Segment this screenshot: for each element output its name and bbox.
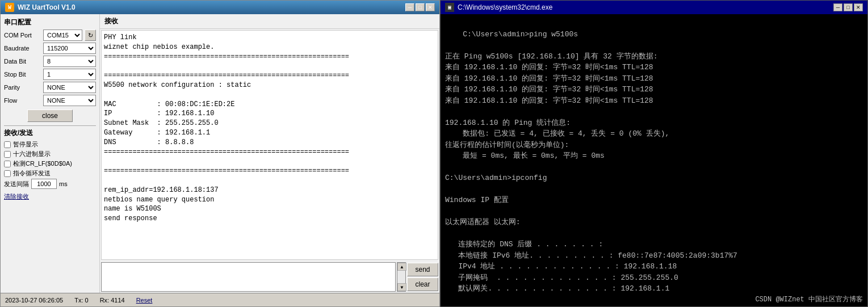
wiz-app-icon: W [5,3,14,12]
recv-header: 接收 [100,14,439,29]
data-bit-row: Data Bit 8 [4,56,96,67]
flow-row: Flow NONE [4,95,96,106]
clear-button[interactable]: clear [407,277,438,291]
baudrate-label: Baudrate [4,45,41,52]
parity-label: Parity [4,84,41,91]
hex-display-checkbox[interactable] [4,151,11,158]
wiz-content: 串口配置 COM Port COM15 ↻ Baudrate 115200 Da… [1,14,439,293]
pause-display-row: 暂停显示 [4,140,96,149]
wiz-maximize-button[interactable]: □ [416,3,425,11]
loop-send-checkbox[interactable] [4,170,11,177]
com-port-row: COM Port COM15 ↻ [4,30,96,41]
serial-close-button[interactable]: close [27,110,73,122]
status-reset-link[interactable]: Reset [136,297,153,304]
com-port-refresh-button[interactable]: ↻ [85,30,96,41]
main-area: 接收 PHY link wiznet chip nebios example. … [100,14,439,293]
cmd-text: C:\Users\admin>ping w5100s 正在 Ping w5100… [445,30,737,294]
flow-label: Flow [4,97,41,104]
cmd-title-controls: ─ □ ✕ [833,3,863,11]
status-bar: 2023-10-27 06:26:05 Tx: 0 Rx: 4114 Reset [1,293,439,306]
pause-display-label: 暂停显示 [13,140,38,149]
title-bar-left: W WIZ UartTool V1.0 [5,3,76,12]
cmd-title-text: C:\Windows\system32\cmd.exe [458,3,552,11]
send-button[interactable]: send [407,263,438,276]
interval-label: 发送间隔 [4,180,29,188]
detect-cr-lf-label: 检测CR_LF($0D$0A) [13,159,72,168]
loop-send-row: 指令循环发送 [4,169,96,178]
com-port-label: COM Port [4,32,41,39]
interval-input[interactable] [31,179,57,189]
sidebar-divider [4,125,96,126]
parity-row: Parity NONE [4,82,96,93]
status-tx: Tx: 0 [74,297,88,304]
data-bit-select[interactable]: 8 [43,56,96,67]
detect-cr-lf-row: 检测CR_LF($0D$0A) [4,159,96,168]
wiz-minimize-button[interactable]: ─ [405,3,414,11]
recv-display: PHY link wiznet chip nebios example. ===… [101,30,438,260]
data-bit-label: Data Bit [4,58,41,65]
send-scroll-down[interactable]: ▼ [397,283,406,291]
hex-display-row: 十六进制显示 [4,150,96,158]
send-scrollbar: ▲ ▼ [397,262,406,292]
sidebar: 串口配置 COM Port COM15 ↻ Baudrate 115200 Da… [1,14,100,293]
cmd-maximize-button[interactable]: □ [844,3,853,11]
cmd-app-icon: ▣ [445,3,454,12]
hex-display-label: 十六进制显示 [13,150,51,158]
parity-select[interactable]: NONE [43,82,96,93]
baudrate-select[interactable]: 115200 [43,43,96,54]
stop-bit-row: Stop Bit 1 [4,69,96,80]
wiz-title-bar: W WIZ UartTool V1.0 ─ □ ✕ [1,1,439,14]
baudrate-row: Baudrate 115200 [4,43,96,54]
status-datetime: 2023-10-27 06:26:05 [5,297,63,304]
com-port-select[interactable]: COM15 [43,30,82,41]
cmd-minimize-button[interactable]: ─ [833,3,842,11]
wiz-title-controls: ─ □ ✕ [405,3,435,11]
send-scroll-track[interactable] [397,271,405,283]
cmd-title-left: ▣ C:\Windows\system32\cmd.exe [445,3,552,12]
cmd-content: C:\Users\admin>ping w5100s 正在 Ping w5100… [441,14,867,293]
cmd-window: ▣ C:\Windows\system32\cmd.exe ─ □ ✕ C:\U… [440,0,868,307]
wiz-window: W WIZ UartTool V1.0 ─ □ ✕ 串口配置 COM Port … [0,0,440,307]
recv-send-title: 接收/发送 [4,128,96,138]
cmd-footer: CSDN @WIZnet 中国社区官方博客 [441,293,867,306]
clear-recv-link[interactable]: 清除接收 [4,192,29,201]
flow-select[interactable]: NONE [43,95,96,106]
stop-bit-label: Stop Bit [4,71,41,78]
send-area: ▲ ▼ send clear [100,261,439,293]
interval-row: 发送间隔 ms [4,179,96,189]
send-buttons: send clear [407,262,438,292]
tx-label: Tx: [74,297,83,304]
tx-value: 0 [85,297,89,304]
stop-bit-select[interactable]: 1 [43,69,96,80]
rx-label: Rx: [100,297,110,304]
serial-config-title: 串口配置 [4,18,96,27]
loop-send-label: 指令循环发送 [13,169,51,178]
send-textarea[interactable] [101,262,396,292]
rx-value: 4114 [111,297,124,304]
interval-unit: ms [59,180,68,187]
recv-content: PHY link wiznet chip nebios example. ===… [104,33,349,222]
wiz-close-button[interactable]: ✕ [426,3,435,11]
detect-cr-lf-checkbox[interactable] [4,161,11,167]
status-rx: Rx: 4114 [100,297,125,304]
pause-display-checkbox[interactable] [4,141,11,148]
send-scroll-up[interactable]: ▲ [397,263,406,271]
cmd-close-button[interactable]: ✕ [854,3,863,11]
wiz-title-text: WIZ UartTool V1.0 [18,3,76,11]
cmd-title-bar: ▣ C:\Windows\system32\cmd.exe ─ □ ✕ [441,1,867,14]
